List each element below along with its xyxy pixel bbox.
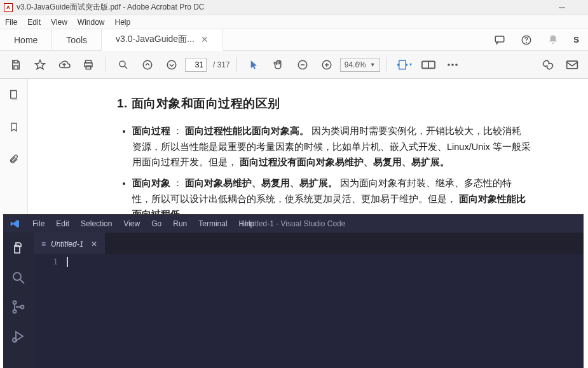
svg-rect-24 <box>10 91 16 99</box>
zoom-select[interactable]: 94.6% ▼ <box>340 58 380 72</box>
page-down-icon[interactable] <box>161 54 182 76</box>
vscode-window: File Edit Selection View Go Run Terminal… <box>3 214 584 368</box>
svg-rect-25 <box>11 99 17 100</box>
bell-icon[interactable] <box>547 34 559 46</box>
sign-in[interactable]: S <box>573 35 579 44</box>
cloud-upload-icon[interactable] <box>53 54 75 76</box>
menu-view[interactable]: View <box>51 18 67 27</box>
zoom-value: 94.6% <box>345 60 366 69</box>
print-icon[interactable] <box>78 54 99 76</box>
zoom-in-icon[interactable] <box>316 54 338 76</box>
vscode-editor[interactable]: 1 <box>34 254 584 368</box>
list-item: 面向过程 ： 面向过程性能比面向对象高。 因为类调用时需要实例化，开销比较大，比… <box>132 123 531 170</box>
svg-point-11 <box>167 60 176 69</box>
vscode-activity-bar <box>3 233 34 368</box>
menu-edit[interactable]: Edit <box>27 18 41 27</box>
document-content: 1. 面向对象和面向过程的区别 面向过程 ： 面向过程性能比面向对象高。 因为类… <box>28 79 588 214</box>
svg-rect-17 <box>399 60 406 69</box>
acrobat-sidebar <box>0 79 28 214</box>
comment-icon[interactable] <box>493 34 506 46</box>
chevron-down-icon: ▼ <box>370 62 376 68</box>
vs-menu-terminal[interactable]: Terminal <box>198 219 227 228</box>
bookmark-icon[interactable] <box>6 119 22 135</box>
run-debug-icon[interactable] <box>10 328 27 344</box>
svg-point-10 <box>143 60 152 69</box>
acrobat-titlebar: A v3.0-JavaGuide面试突击版.pdf - Adobe Acroba… <box>0 0 588 15</box>
file-icon: ≡ <box>41 240 46 249</box>
help-icon[interactable] <box>520 34 533 46</box>
explorer-icon[interactable] <box>10 240 27 257</box>
text-cursor <box>67 257 68 267</box>
source-control-icon[interactable] <box>10 299 27 315</box>
menu-help[interactable]: Help <box>115 18 131 27</box>
vscode-tab-label: Untitled-1 <box>51 240 83 249</box>
svg-point-30 <box>21 306 24 309</box>
search-icon[interactable] <box>10 269 27 286</box>
acrobat-menubar: File Edit View Window Help <box>0 15 588 29</box>
pdf-file-icon: A <box>4 3 13 12</box>
close-icon[interactable]: ✕ <box>91 240 97 249</box>
attachment-icon[interactable] <box>6 151 22 167</box>
svg-rect-23 <box>567 61 578 69</box>
vs-menu-go[interactable]: Go <box>151 219 161 228</box>
svg-point-21 <box>451 64 454 66</box>
svg-point-20 <box>448 64 450 66</box>
svg-point-29 <box>13 310 17 313</box>
line-number: 1 <box>34 254 67 368</box>
email-icon[interactable] <box>561 54 583 76</box>
share-link-icon[interactable] <box>537 54 559 76</box>
content-heading: 1. 面向对象和面向过程的区别 <box>117 95 531 112</box>
read-mode-icon[interactable] <box>418 54 439 76</box>
pointer-icon[interactable] <box>243 54 265 76</box>
page-up-icon[interactable] <box>137 54 158 76</box>
svg-point-32 <box>13 338 17 342</box>
fit-width-icon[interactable]: ▾ <box>393 54 415 76</box>
vs-menu-selection[interactable]: Selection <box>81 219 112 228</box>
tab-tools[interactable]: Tools <box>52 29 102 50</box>
acrobat-tabbar: Home Tools v3.0-JavaGuide面... ✕ S <box>0 29 588 51</box>
vs-menu-run[interactable]: Run <box>173 219 187 228</box>
svg-marker-4 <box>36 60 45 69</box>
svg-point-3 <box>526 42 527 43</box>
menu-window[interactable]: Window <box>78 18 105 27</box>
svg-line-9 <box>125 66 127 69</box>
thumbnails-icon[interactable] <box>6 88 22 103</box>
vs-menu-view[interactable]: View <box>123 219 140 228</box>
search-icon[interactable] <box>113 54 134 76</box>
svg-point-28 <box>13 301 17 304</box>
svg-line-27 <box>20 280 24 283</box>
zoom-out-icon[interactable] <box>292 54 313 76</box>
close-tab-icon[interactable]: ✕ <box>201 34 209 44</box>
tab-document-label: v3.0-JavaGuide面... <box>116 34 195 45</box>
vscode-window-title: Untitled-1 - Visual Studio Code <box>242 219 346 228</box>
tab-document[interactable]: v3.0-JavaGuide面... ✕ <box>102 29 223 51</box>
more-icon[interactable] <box>442 54 463 76</box>
svg-point-8 <box>120 61 125 67</box>
vs-menu-edit[interactable]: Edit <box>56 219 69 228</box>
vscode-tabs: ≡ Untitled-1 ✕ <box>34 233 584 254</box>
svg-rect-1 <box>496 36 505 42</box>
tab-home[interactable]: Home <box>0 29 52 50</box>
vscode-tab[interactable]: ≡ Untitled-1 ✕ <box>34 233 105 254</box>
acrobat-toolbar: / 317 94.6% ▼ ▾ <box>0 51 588 79</box>
save-icon[interactable] <box>5 54 27 76</box>
vscode-titlebar: File Edit Selection View Go Run Terminal… <box>3 215 584 233</box>
hand-icon[interactable] <box>268 54 289 76</box>
page-number-input[interactable] <box>185 58 207 72</box>
svg-point-26 <box>13 273 21 280</box>
star-icon[interactable] <box>29 54 51 76</box>
minimize-button[interactable] <box>559 4 584 11</box>
svg-point-22 <box>455 64 458 66</box>
vs-menu-file[interactable]: File <box>32 219 44 228</box>
menu-file[interactable]: File <box>5 18 17 27</box>
window-title: v3.0-JavaGuide面试突击版.pdf - Adobe Acrobat … <box>17 2 204 13</box>
vscode-logo-icon <box>10 218 21 229</box>
page-total: / 317 <box>213 60 230 69</box>
